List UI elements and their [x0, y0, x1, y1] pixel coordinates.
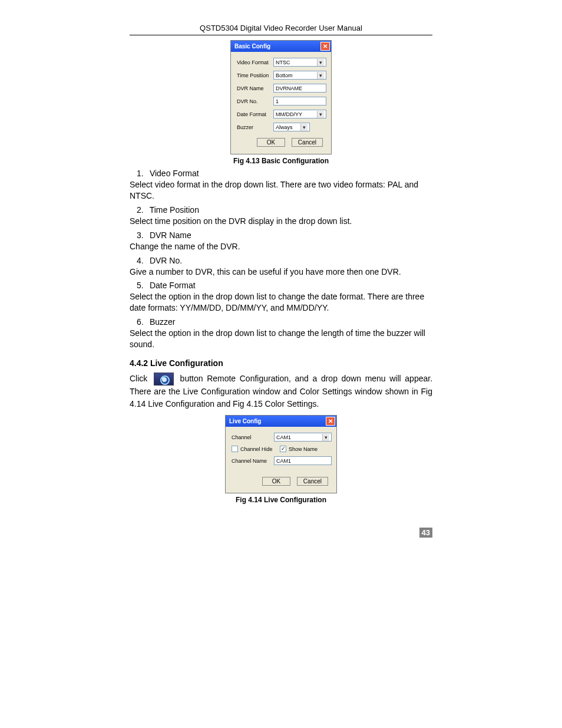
chevron-down-icon: ▾ — [317, 72, 324, 79]
date-format-label: Date Format — [237, 111, 273, 117]
channel-hide-label: Channel Hide — [240, 446, 273, 452]
channel-select[interactable]: CAM1 ▾ — [274, 433, 332, 442]
item-text: Select the option in the drop down list … — [130, 328, 432, 350]
dvr-no-label: DVR No. — [237, 98, 273, 104]
show-name-checkbox[interactable]: ✓ — [280, 446, 286, 452]
page-number: 43 — [130, 528, 432, 538]
page-header: QSTD5304 Digital Video Recorder User Man… — [130, 24, 432, 35]
field-value: Always — [276, 124, 293, 130]
field-value: NTSC — [276, 60, 290, 65]
list-item: 5. Date Format — [137, 281, 432, 290]
dvr-name-input[interactable]: DVRNAME — [273, 84, 326, 93]
field-value: DVRNAME — [276, 85, 302, 91]
chevron-down-icon: ▾ — [317, 59, 324, 66]
time-position-select[interactable]: Bottom ▾ — [273, 71, 326, 80]
item-text: Change the name of the DVR. — [130, 241, 432, 252]
buzzer-select[interactable]: Always ▾ — [273, 123, 310, 131]
field-value: CAM1 — [276, 458, 291, 464]
cancel-button[interactable]: Cancel — [292, 138, 323, 147]
field-value: CAM1 — [276, 434, 291, 440]
dvr-no-input[interactable]: 1 — [273, 97, 326, 106]
dialog-titlebar: Live Config ✕ — [226, 416, 336, 427]
channel-name-input[interactable]: CAM1 — [274, 456, 332, 465]
item-text: Select time position on the DVR display … — [130, 216, 432, 227]
text-fragment: Click — [130, 374, 147, 383]
channel-label: Channel — [232, 434, 274, 440]
close-icon[interactable]: ✕ — [326, 417, 335, 426]
time-position-label: Time Position — [237, 73, 273, 78]
field-value: 1 — [276, 98, 279, 104]
basic-config-dialog: Basic Config ✕ Video Format NTSC ▾ Time … — [230, 40, 332, 154]
buzzer-label: Buzzer — [237, 124, 273, 130]
item-number: 5. — [137, 281, 147, 290]
close-icon[interactable]: ✕ — [320, 42, 330, 51]
figure-caption: Fig 4.13 Basic Configuration — [130, 157, 432, 165]
text-fragment: button Remote Configuration, and a drop … — [130, 374, 432, 409]
ok-button[interactable]: OK — [257, 138, 285, 147]
item-number: 3. — [137, 230, 147, 240]
item-title: Video Format — [150, 169, 199, 178]
item-text: Give a number to DVR, this can be useful… — [130, 266, 432, 278]
field-value: Bottom — [276, 73, 293, 78]
item-title: Buzzer — [150, 317, 176, 327]
item-title: Date Format — [150, 281, 196, 290]
live-config-dialog: Live Config ✕ Channel CAM1 ▾ Channel Hid… — [225, 415, 337, 493]
field-value: MM/DD/YY — [276, 111, 302, 117]
body-paragraph: Click button Remote Configuration, and a… — [130, 373, 432, 410]
list-item: 1. Video Format — [137, 169, 432, 178]
section-heading: 4.4.2 Live Configuration — [130, 358, 432, 368]
item-text: Select the option in the drop down list … — [130, 291, 432, 314]
channel-hide-checkbox[interactable] — [232, 446, 238, 452]
item-number: 6. — [137, 317, 147, 327]
item-number: 2. — [137, 205, 147, 215]
video-format-label: Video Format — [237, 60, 273, 65]
item-title: DVR Name — [150, 230, 191, 240]
chevron-down-icon: ▾ — [317, 111, 324, 118]
dialog-titlebar: Basic Config ✕ — [231, 41, 331, 52]
show-name-label: Show Name — [289, 446, 318, 452]
figure-caption: Fig 4.14 Live Configuration — [130, 496, 432, 504]
item-title: DVR No. — [150, 256, 182, 265]
dialog-title: Basic Config — [234, 43, 270, 50]
list-item: 4. DVR No. — [137, 256, 432, 265]
item-title: Time Position — [150, 205, 199, 215]
item-number: 1. — [137, 169, 147, 178]
cancel-button[interactable]: Cancel — [297, 477, 328, 486]
ok-button[interactable]: OK — [262, 477, 290, 486]
date-format-select[interactable]: MM/DD/YY ▾ — [273, 110, 326, 118]
channel-name-label: Channel Name — [232, 458, 274, 464]
dialog-title: Live Config — [229, 418, 261, 424]
list-item: 6. Buzzer — [137, 317, 432, 327]
dvr-name-label: DVR Name — [237, 85, 273, 91]
item-text: Select video format in the drop down lis… — [130, 179, 432, 202]
chevron-down-icon: ▾ — [300, 124, 308, 131]
chevron-down-icon: ▾ — [322, 434, 329, 441]
list-item: 2. Time Position — [137, 205, 432, 215]
video-format-select[interactable]: NTSC ▾ — [273, 58, 326, 67]
list-item: 3. DVR Name — [137, 230, 432, 240]
item-number: 4. — [137, 256, 147, 265]
remote-config-icon — [154, 373, 174, 386]
